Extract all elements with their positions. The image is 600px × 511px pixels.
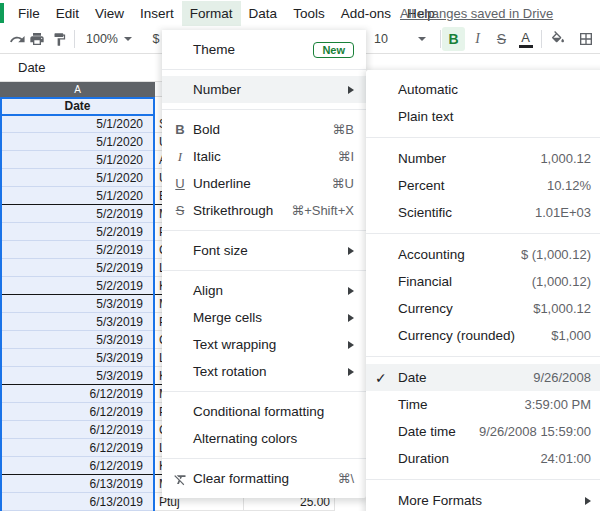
menu-item-label: Automatic xyxy=(398,82,458,97)
redo-icon[interactable] xyxy=(6,27,28,51)
menubar-item-insert[interactable]: Insert xyxy=(132,1,182,26)
strikethrough-icon: S xyxy=(170,203,190,218)
cell-date[interactable]: 5/2/2019 xyxy=(0,223,155,241)
selection-border-right xyxy=(153,97,155,511)
toolbar-separator xyxy=(541,30,542,48)
drive-save-status-link[interactable]: All changes saved in Drive xyxy=(400,6,553,21)
cell-date[interactable]: 5/1/2020 xyxy=(0,187,155,205)
menubar-item-view[interactable]: View xyxy=(87,1,132,26)
number-submenu-item-currency-rounded-[interactable]: Currency (rounded)$1,000 xyxy=(366,322,600,349)
cell-date[interactable]: 5/3/2019 xyxy=(0,295,155,313)
menu-item-shortcut: ⌘U xyxy=(332,176,354,191)
cell-date[interactable]: 6/12/2019 xyxy=(0,457,155,475)
format-menu-item-text-wrapping[interactable]: Text wrapping xyxy=(162,331,366,358)
cell-date[interactable]: 6/12/2019 xyxy=(0,421,155,439)
menu-item-label: Financial xyxy=(398,274,452,289)
format-menu-item-font-size[interactable]: Font size xyxy=(162,237,366,264)
number-submenu-item-financial[interactable]: Financial(1,000.12) xyxy=(366,268,600,295)
menu-separator xyxy=(162,391,366,392)
format-menu-item-merge-cells[interactable]: Merge cells xyxy=(162,304,366,331)
menu-item-label: Merge cells xyxy=(193,310,262,325)
number-submenu-item-duration[interactable]: Duration24:01:00 xyxy=(366,445,600,472)
menubar-item-tools[interactable]: Tools xyxy=(285,1,333,26)
bold-button[interactable]: B xyxy=(442,27,465,51)
format-menu-item-bold[interactable]: BBold⌘B xyxy=(162,116,366,143)
menu-item-label: Alternating colors xyxy=(193,431,297,446)
cell-date[interactable]: 5/2/2019 xyxy=(0,205,155,223)
number-format-submenu: AutomaticPlain textNumber1,000.12Percent… xyxy=(366,70,600,511)
menu-item-shortcut: ⌘+Shift+X xyxy=(291,203,354,218)
zoom-select[interactable]: 100% xyxy=(80,27,138,51)
cell-date[interactable]: 5/1/2020 xyxy=(0,151,155,169)
cell-date[interactable]: 6/12/2019 xyxy=(0,385,155,403)
format-menu: ThemeNewNumberBBold⌘BIItalic⌘IUUnderline… xyxy=(162,30,366,498)
menu-item-shortcut: ⌘B xyxy=(332,122,354,137)
menubar-item-data[interactable]: Data xyxy=(241,1,286,26)
number-submenu-item-currency[interactable]: Currency$1,000.12 xyxy=(366,295,600,322)
number-submenu-item-accounting[interactable]: Accounting$ (1,000.12) xyxy=(366,241,600,268)
format-menu-item-text-rotation[interactable]: Text rotation xyxy=(162,358,366,385)
italic-button[interactable]: I xyxy=(466,27,489,51)
cell-date[interactable]: 5/3/2019 xyxy=(0,331,155,349)
cell-date[interactable]: 5/2/2019 xyxy=(0,241,155,259)
menu-separator xyxy=(366,233,600,234)
number-submenu-item-scientific[interactable]: Scientific1.01E+03 xyxy=(366,199,600,226)
new-badge: New xyxy=(313,42,354,58)
cell-date[interactable]: 5/3/2019 xyxy=(0,367,155,385)
sheets-logo-sliver xyxy=(0,3,4,23)
menubar-item-add-ons[interactable]: Add-ons xyxy=(333,1,399,26)
number-submenu-item-automatic[interactable]: Automatic xyxy=(366,76,600,103)
number-submenu-item-number[interactable]: Number1,000.12 xyxy=(366,145,600,172)
strikethrough-button[interactable]: S xyxy=(490,27,513,51)
fill-color-icon[interactable] xyxy=(546,27,569,51)
submenu-arrow-icon xyxy=(348,247,354,255)
borders-icon[interactable] xyxy=(574,27,597,51)
format-menu-item-alternating-colors[interactable]: Alternating colors xyxy=(162,425,366,452)
format-menu-item-align[interactable]: Align xyxy=(162,277,366,304)
number-submenu-item-date[interactable]: ✓Date9/26/2008 xyxy=(366,364,600,391)
paint-format-icon[interactable] xyxy=(48,27,70,51)
cell-date[interactable]: 5/3/2019 xyxy=(0,349,155,367)
text-color-button[interactable]: A xyxy=(514,27,537,51)
cell-date[interactable]: 5/2/2019 xyxy=(0,259,155,277)
cell-date[interactable]: 6/13/2019 xyxy=(0,475,155,493)
format-menu-item-italic[interactable]: IItalic⌘I xyxy=(162,143,366,170)
format-menu-item-conditional-formatting[interactable]: Conditional formatting xyxy=(162,398,366,425)
number-submenu-item-plain-text[interactable]: Plain text xyxy=(366,103,600,130)
format-menu-item-theme[interactable]: ThemeNew xyxy=(162,36,366,63)
cell-date[interactable]: 5/2/2019 xyxy=(0,277,155,295)
format-example-value: 1,000.12 xyxy=(540,151,591,166)
font-size-select[interactable]: 10 xyxy=(370,27,430,51)
cell-date[interactable]: 5/1/2020 xyxy=(0,133,155,151)
menu-item-label: Time xyxy=(398,397,428,412)
menubar-items: FileEditViewInsertFormatDataToolsAdd-ons… xyxy=(10,1,443,26)
print-icon[interactable] xyxy=(26,27,48,51)
menu-item-label: Conditional formatting xyxy=(193,404,324,419)
cell-date[interactable]: 6/13/2019 xyxy=(0,493,155,511)
number-submenu-item-percent[interactable]: Percent10.12% xyxy=(366,172,600,199)
format-example-value: 9/26/2008 15:59:00 xyxy=(479,424,591,439)
number-submenu-item-date-time[interactable]: Date time9/26/2008 15:59:00 xyxy=(366,418,600,445)
cell-date[interactable]: 5/3/2019 xyxy=(0,313,155,331)
format-menu-item-clear-formatting[interactable]: Clear formatting⌘\ xyxy=(162,465,366,492)
cell-date[interactable]: 5/1/2020 xyxy=(0,115,155,133)
cell-date[interactable]: 5/1/2020 xyxy=(0,169,155,187)
format-menu-item-underline[interactable]: UUnderline⌘U xyxy=(162,170,366,197)
menu-separator xyxy=(366,356,600,357)
cell-date[interactable]: 6/12/2019 xyxy=(0,439,155,457)
menu-item-label: Clear formatting xyxy=(193,471,289,486)
menu-item-label: Percent xyxy=(398,178,445,193)
menubar-item-format[interactable]: Format xyxy=(182,1,241,26)
format-menu-item-number[interactable]: Number xyxy=(162,76,366,103)
cell-date[interactable]: 6/12/2019 xyxy=(0,403,155,421)
menu-item-label: Theme xyxy=(193,42,235,57)
number-submenu-item-time[interactable]: Time3:59:00 PM xyxy=(366,391,600,418)
menu-item-label: Font size xyxy=(193,243,248,258)
format-menu-item-strikethrough[interactable]: SStrikethrough⌘+Shift+X xyxy=(162,197,366,224)
format-example-value: 1.01E+03 xyxy=(535,205,591,220)
menubar-item-file[interactable]: File xyxy=(10,1,48,26)
column-header-a[interactable]: A xyxy=(0,82,155,97)
menubar: FileEditViewInsertFormatDataToolsAdd-ons… xyxy=(0,0,600,26)
menubar-item-edit[interactable]: Edit xyxy=(48,1,87,26)
number-submenu-item-more-formats[interactable]: More Formats xyxy=(366,487,600,511)
